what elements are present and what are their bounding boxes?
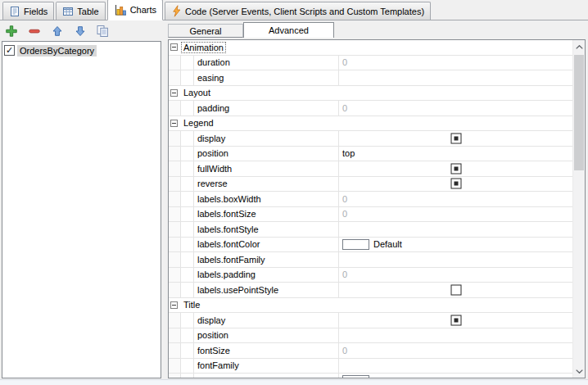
property-value[interactable] <box>339 252 572 267</box>
property-row-labels-usepointstyle[interactable]: labels.usePointStyle <box>169 283 572 298</box>
property-label <box>194 374 339 378</box>
collapse-icon[interactable] <box>170 120 178 127</box>
property-label: position <box>194 328 339 343</box>
property-row-labels-fontstyle[interactable]: labels.fontStyle <box>169 222 572 238</box>
property-row-reverse[interactable]: reverse <box>169 177 572 192</box>
scroll-down-button[interactable] <box>573 365 585 378</box>
row-gutter <box>169 192 181 206</box>
value-text: top <box>342 148 355 158</box>
row-indent <box>181 374 194 378</box>
row-indent <box>181 207 194 222</box>
checkbox[interactable] <box>4 45 15 56</box>
property-value[interactable] <box>339 177 572 192</box>
value-text: 0 <box>342 209 347 219</box>
chevron-up-icon <box>576 45 583 49</box>
row-gutter <box>169 161 181 176</box>
tab-general[interactable]: General <box>168 24 243 38</box>
property-row-labels-padding[interactable]: labels.padding0 <box>169 268 572 283</box>
tab-fields[interactable]: Fields <box>2 2 54 20</box>
move-down-button[interactable] <box>73 25 87 38</box>
property-value[interactable] <box>339 359 572 374</box>
scrollbar-thumb[interactable] <box>574 55 584 170</box>
move-up-button[interactable] <box>50 25 64 38</box>
tab-code[interactable]: Code (Server Events, Client Scripts and … <box>165 2 431 20</box>
checkbox[interactable] <box>450 163 461 174</box>
property-row-fullwidth[interactable]: fullWidth <box>169 161 572 177</box>
row-indent <box>181 343 194 358</box>
property-value[interactable] <box>339 131 572 146</box>
row-gutter <box>169 313 181 328</box>
property-row-position[interactable]: positiontop <box>169 147 572 162</box>
property-value[interactable]: Default <box>339 238 572 252</box>
property-row-partial[interactable] <box>169 374 572 378</box>
scroll-up-button[interactable] <box>573 40 585 53</box>
color-swatch[interactable] <box>342 375 369 378</box>
tab-label: Code (Server Events, Client Scripts and … <box>185 7 424 16</box>
property-grid: Animationduration0easingLayoutpadding0Le… <box>168 39 586 378</box>
section-animation[interactable]: Animation <box>169 40 572 56</box>
property-value[interactable]: 0 <box>339 56 572 70</box>
list-item-ordersbycategory[interactable]: OrdersByCategory <box>2 43 161 57</box>
checkbox[interactable] <box>450 315 461 325</box>
property-row-display[interactable]: display <box>169 131 572 147</box>
row-gutter <box>169 101 181 116</box>
section-layout[interactable]: Layout <box>169 86 572 102</box>
property-value[interactable]: top <box>339 147 572 161</box>
property-row-easing[interactable]: easing <box>169 70 572 86</box>
property-row-fontfamily[interactable]: fontFamily <box>169 359 572 374</box>
property-row-labels-fontcolor[interactable]: labels.fontColorDefault <box>169 238 572 253</box>
property-label: fullWidth <box>194 161 339 176</box>
tab-charts[interactable]: Charts <box>107 0 163 20</box>
row-indent <box>181 238 194 252</box>
property-row-duration[interactable]: duration0 <box>169 56 572 71</box>
property-value[interactable] <box>339 328 572 343</box>
section-legend[interactable]: Legend <box>169 116 572 132</box>
property-row-fontsize[interactable]: fontSize0 <box>169 343 572 359</box>
value-text: 0 <box>342 194 347 204</box>
row-gutter <box>169 207 181 222</box>
property-value[interactable] <box>339 374 572 378</box>
property-value[interactable]: 0 <box>339 343 572 358</box>
property-row-padding[interactable]: padding0 <box>169 101 572 116</box>
collapse-icon[interactable] <box>170 301 178 309</box>
checkbox[interactable] <box>450 179 461 189</box>
property-value[interactable]: 0 <box>339 268 572 283</box>
section-title[interactable]: Title <box>169 298 572 314</box>
row-indent <box>181 359 194 374</box>
add-button[interactable] <box>4 25 18 38</box>
row-gutter <box>169 283 181 297</box>
tab-table[interactable]: Table <box>56 2 105 20</box>
row-indent <box>181 283 194 297</box>
color-swatch[interactable] <box>342 239 369 250</box>
property-row-position[interactable]: position <box>169 328 572 344</box>
checkbox[interactable] <box>450 133 461 143</box>
property-value[interactable] <box>339 222 572 237</box>
property-value[interactable] <box>339 161 572 176</box>
collapse-icon[interactable] <box>170 89 178 97</box>
property-row-labels-fontsize[interactable]: labels.fontSize0 <box>169 207 572 223</box>
tab-label: Table <box>77 7 98 16</box>
property-value[interactable]: 0 <box>339 207 572 222</box>
checkbox[interactable] <box>450 284 461 295</box>
table-icon <box>62 6 74 17</box>
row-indent <box>181 101 194 116</box>
row-gutter <box>169 343 181 358</box>
copy-button[interactable] <box>96 25 110 38</box>
chart-list[interactable]: OrdersByCategory <box>2 41 161 378</box>
property-value[interactable] <box>339 283 572 297</box>
property-value[interactable]: 0 <box>339 192 572 206</box>
vertical-scrollbar[interactable] <box>572 40 585 378</box>
row-indent <box>181 252 194 267</box>
tab-advanced[interactable]: Advanced <box>243 22 334 38</box>
collapse-icon[interactable] <box>170 43 178 51</box>
property-value[interactable] <box>339 313 572 328</box>
property-value[interactable]: 0 <box>339 101 572 116</box>
row-indent <box>181 328 194 343</box>
value-text: 0 <box>342 270 347 279</box>
property-row-display[interactable]: display <box>169 313 572 328</box>
property-row-labels-boxwidth[interactable]: labels.boxWidth0 <box>169 192 572 207</box>
property-value[interactable] <box>339 70 572 85</box>
property-label: padding <box>194 101 339 116</box>
property-row-labels-fontfamily[interactable]: labels.fontFamily <box>169 252 572 268</box>
remove-button[interactable] <box>27 25 41 38</box>
